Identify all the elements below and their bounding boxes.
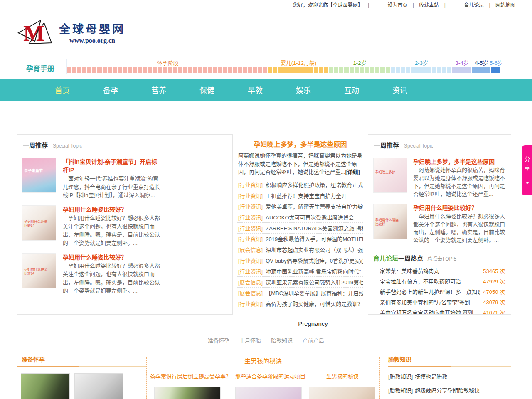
- growth-stage[interactable]: 怀孕阶段: [67, 60, 268, 73]
- column-title: 生男孩的秘诀: [149, 356, 377, 365]
- article-thumbnail[interactable]: 孕妇用什么睡姿 比较好: [22, 253, 56, 288]
- forum-title-highlight[interactable]: 育儿论坛: [373, 254, 398, 262]
- growth-stage[interactable]: 5-6岁: [491, 60, 501, 73]
- article-photo[interactable]: [154, 387, 221, 399]
- forum-row[interactable]: 亲们有参加美中宜和的“万名宝宝”签到43079 次: [373, 297, 506, 307]
- nav-item-interaction[interactable]: 互动: [328, 84, 376, 95]
- forum-click-count: 53465 次: [483, 267, 505, 275]
- article-link[interactable]: [胎教知识]抚摸也是胎教: [388, 372, 511, 380]
- news-row[interactable]: [展会信息]深圳亚果元素有限公司强势入驻2019第七: [237, 277, 363, 288]
- pregnant-belly-photo[interactable]: [21, 373, 70, 399]
- news-row[interactable]: [行业资讯]高价为孩子购买健康，可惜买的是教训？！: [237, 298, 363, 309]
- growth-stage[interactable]: 4-5岁: [472, 60, 491, 73]
- link-forum[interactable]: 育儿论坛: [464, 2, 484, 8]
- growth-stage-segment[interactable]: [472, 67, 491, 73]
- article-title[interactable]: 备孕常识行房后倒立提高受孕率？: [150, 372, 229, 380]
- panel-title: 一周推荐: [374, 140, 399, 149]
- news-title: 深圳亚果元素有限公司强势入驻2019第七: [266, 278, 363, 286]
- link-sitemap[interactable]: 网站地图: [495, 2, 515, 8]
- site-name: 全球母婴网: [59, 20, 126, 37]
- article-link[interactable]: [胎教知识]超级辣妈分享孕期胎教秘诀: [388, 386, 511, 394]
- nav-item-beiyun[interactable]: 备孕: [86, 84, 135, 95]
- mother-daughter-photo[interactable]: [74, 373, 123, 399]
- logo-mark-icon: M: [17, 19, 55, 46]
- news-row[interactable]: [行业资讯]王祖蓝推荐！支持宝宝自护力全开: [237, 190, 363, 201]
- news-row[interactable]: [行业资讯]积极响应多样化照护政策，纽诺教育正式推: [237, 180, 363, 190]
- growth-bar-stages[interactable]: 怀孕阶段婴儿(1-12月龄)1-2岁2-3岁3-4岁4-5岁5-6岁: [66, 59, 502, 74]
- nav-item-home[interactable]: 首页: [38, 84, 86, 95]
- panel-header: 一周推荐 Special Topic: [22, 140, 227, 152]
- growth-stage-segment[interactable]: [329, 67, 391, 73]
- growth-stage-segment[interactable]: [268, 67, 329, 73]
- article-body: 孕妇晚上多梦，多半是这些原因 阿菊娜说她怀孕真的很痛苦，妈咪育婴君以为她是身体不…: [413, 158, 506, 198]
- growth-stage[interactable]: 婴儿(1-12月龄): [268, 60, 329, 73]
- nav-item-entertainment[interactable]: 娱乐: [279, 84, 328, 95]
- svg-text:M: M: [23, 21, 44, 46]
- news-row[interactable]: [展会信息]【MBC深圳孕婴童展】展商福利：开启线上: [237, 288, 363, 298]
- article-photo[interactable]: [235, 387, 302, 399]
- forum-row[interactable]: 新手爸妈必上的新生儿护理课！多一点知识47050 次: [373, 286, 506, 297]
- article-title[interactable]: 孕妇晚上多梦，多半是这些原因: [413, 158, 506, 166]
- separator: |: [444, 2, 446, 8]
- forum-row[interactable]: 宝宝拉肚有偏方，不用吃药即可治47929 次: [373, 276, 506, 286]
- nav-item-news[interactable]: 资讯: [376, 84, 424, 95]
- article-title[interactable]: 「抖in宝贝计划-亲子潮童节」开启标杆IP: [63, 158, 160, 174]
- growth-stage-segment[interactable]: [491, 67, 501, 73]
- link-bookmark[interactable]: 收藏本站: [419, 2, 439, 8]
- article-body: 孕妇用什么睡姿比较好？ 孕妇用什么睡姿比较好？想必很多人都关注个这个问题，也有人…: [413, 204, 506, 244]
- nav-item-early-edu[interactable]: 早教: [231, 84, 279, 95]
- thumbnail-caption: 亲子潮童节: [24, 169, 49, 173]
- nav-item-health[interactable]: 保健: [183, 84, 231, 95]
- article-title[interactable]: 孕妇用什么睡姿比较好？: [413, 204, 506, 212]
- growth-stage-label: 5-6岁: [490, 60, 503, 66]
- tab-prenatal-edu[interactable]: 胎教知识: [271, 336, 293, 344]
- news-tag: [行业资讯]: [238, 213, 263, 221]
- news-tag: [行业资讯]: [238, 300, 263, 308]
- news-row[interactable]: [展会信息]深圳市芯起点实业有限公司（双飞人）强势入: [237, 244, 363, 255]
- article-title[interactable]: 那些适合备孕阶段的运动项目: [235, 372, 303, 380]
- sub-column: 生男孩的秘诀: [309, 372, 376, 399]
- news-row[interactable]: [行业资讯]爱他美卓萃，解密天生营养支持自护力绽放: [237, 201, 363, 212]
- forum-row[interactable]: 家常菜：美味番茄鸡肉丸53465 次: [373, 266, 506, 276]
- separator: |: [489, 2, 490, 8]
- tab-ten-months[interactable]: 十月怀胎: [239, 336, 261, 344]
- welcome-text: 您好，欢迎光临【全球母婴网】: [293, 2, 363, 8]
- article-photo[interactable]: [309, 387, 375, 399]
- title-underline: [388, 366, 511, 367]
- detail-link[interactable]: [详细]: [345, 169, 360, 175]
- article-title[interactable]: 孕妇用什么睡姿比较好？: [63, 253, 160, 261]
- tab-before-after-birth[interactable]: 产前产后: [303, 336, 324, 344]
- tab-prepare-pregnancy[interactable]: 准备怀孕: [208, 336, 229, 344]
- article-item: 孕妇晚上多梦 孕妇晚上多梦，多半是这些原因 阿菊娜说她怀孕真的很痛苦，妈咪育婴君…: [373, 158, 506, 198]
- growth-stage[interactable]: 3-4岁: [452, 60, 472, 73]
- news-row[interactable]: [行业资讯]AUCOKO尤可可再次受邀出席进博会——澳: [237, 212, 363, 223]
- article-title[interactable]: 生男孩的秘诀: [309, 372, 376, 380]
- growth-stage[interactable]: 1-2岁: [329, 60, 391, 73]
- share-label: 分享: [523, 156, 531, 175]
- share-button[interactable]: 分享: [522, 145, 532, 195]
- panel-header: 一周推荐 Special Topic: [373, 140, 506, 152]
- news-row[interactable]: [行业资讯]冲顶中国乳业新高峰 君乐宝奶粉向时代”: [237, 266, 363, 277]
- growth-stage[interactable]: 2-3岁: [391, 60, 452, 73]
- article-thumbnail[interactable]: 亲子潮童节: [22, 158, 56, 193]
- article-thumbnail[interactable]: 孕妇用什么睡姿 比较好: [373, 204, 407, 239]
- article-thumbnail[interactable]: 孕妇用什么睡姿 比较好: [22, 205, 56, 241]
- growth-stage-segment[interactable]: [67, 67, 268, 73]
- site-logo[interactable]: M 全球母婴网 www.poo.org.cn: [17, 19, 532, 46]
- center-headline[interactable]: 孕妇晚上多梦，多半是这些原因: [237, 140, 363, 149]
- growth-stage-segment[interactable]: [452, 67, 472, 73]
- news-row[interactable]: [行业资讯]QV baby倡导袋鼠式抱娃，0香洗护更安心: [237, 255, 363, 266]
- growth-stage-segment[interactable]: [391, 67, 452, 73]
- article-thumbnail[interactable]: 孕妇晚上多梦: [373, 158, 407, 193]
- thumbnail-caption: 孕妇晚上多梦: [375, 170, 400, 175]
- link-set-homepage[interactable]: 设为首页: [388, 2, 408, 8]
- article-excerpt: 阿菊娜说她怀孕真的很痛苦，妈咪育婴君以为她是身体不舒服或是吃饭吃不下，但是她都说…: [413, 166, 506, 198]
- forum-row[interactable]: 美中宜和万名宝宝活动序曲开始啦 签到41071 次: [373, 307, 506, 315]
- news-list: [行业资讯]积极响应多样化照护政策，纽诺教育正式推 [行业资讯]王祖蓝推荐！支持…: [237, 180, 363, 309]
- news-row[interactable]: [行业资讯]2019金秋最值得入手，可保温的MOTHER-K: [237, 234, 363, 244]
- weekly-recommend-left-panel: 一周推荐 Special Topic 亲子潮童节 「抖in宝贝计划-亲子潮童节」…: [17, 134, 233, 315]
- nav-item-nutrition[interactable]: 营养: [135, 84, 183, 95]
- news-row[interactable]: [行业资讯]ZARBEE'S NATURALS美国溯源之旅 揭秘: [237, 223, 363, 234]
- article-title[interactable]: 孕妇用什么睡姿比较好？: [63, 205, 160, 214]
- growth-stage-label: 3-4岁: [456, 60, 469, 66]
